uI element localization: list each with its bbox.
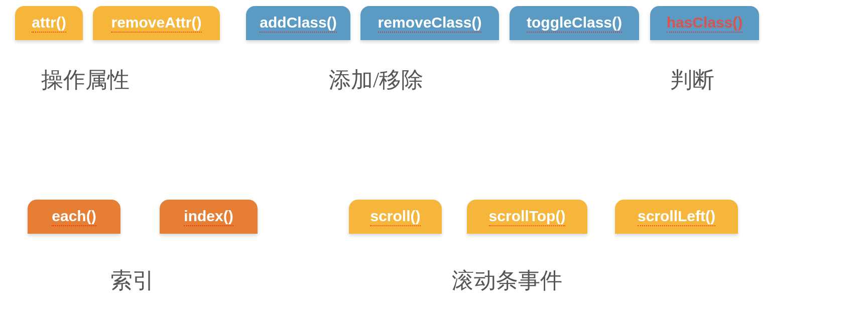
method-tag: removeAttr()	[93, 6, 220, 40]
method-tag: attr()	[15, 6, 83, 40]
method-label: attr()	[32, 14, 66, 33]
method-tag: hasClass()	[650, 6, 759, 40]
method-label: removeAttr()	[111, 14, 201, 33]
method-tag: index()	[160, 200, 258, 234]
method-tag: scroll()	[349, 200, 442, 234]
method-tag: scrollLeft()	[615, 200, 738, 234]
method-label: removeClass()	[378, 14, 482, 33]
method-tag: addClass()	[246, 6, 350, 40]
method-label: addClass()	[260, 14, 336, 33]
method-label: toggleClass()	[527, 14, 622, 33]
method-tag: each()	[28, 200, 120, 234]
method-label: scrollLeft()	[638, 208, 715, 226]
group-caption: 滚动条事件	[452, 266, 562, 295]
method-label: hasClass()	[667, 14, 743, 33]
group-caption: 索引	[110, 266, 155, 295]
group-caption: 操作属性	[41, 65, 130, 95]
group-caption: 添加/移除	[329, 65, 423, 95]
method-tag: toggleClass()	[510, 6, 639, 40]
method-label: each()	[52, 208, 96, 226]
method-label: scrollTop()	[489, 208, 566, 226]
method-tag: scrollTop()	[467, 200, 587, 234]
method-tag: removeClass()	[360, 6, 499, 40]
method-label: index()	[184, 208, 233, 226]
method-label: scroll()	[370, 208, 420, 226]
group-caption: 判断	[670, 65, 714, 95]
